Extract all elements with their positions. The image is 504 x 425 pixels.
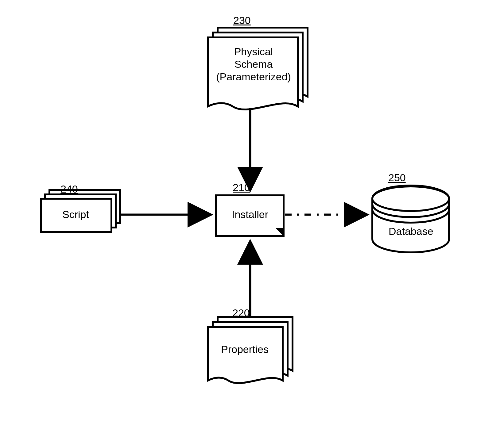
svg-point-4 [372, 186, 449, 211]
physical-schema-label: Physical Schema (Parameterized) [215, 45, 292, 83]
properties-ref: 220 [232, 307, 250, 319]
installer-label: Installer [232, 209, 268, 220]
script-label: Script [62, 209, 89, 220]
database-label: Database [389, 225, 433, 237]
database-node [372, 186, 449, 252]
diagram-canvas: 240 Script 210 Installer 230 Physical Sc… [0, 0, 504, 425]
properties-label: Properties [221, 343, 269, 355]
physical-schema-ref: 230 [233, 14, 251, 26]
database-ref: 250 [388, 172, 406, 184]
installer-ref: 210 [233, 182, 250, 193]
script-ref: 240 [60, 183, 78, 195]
